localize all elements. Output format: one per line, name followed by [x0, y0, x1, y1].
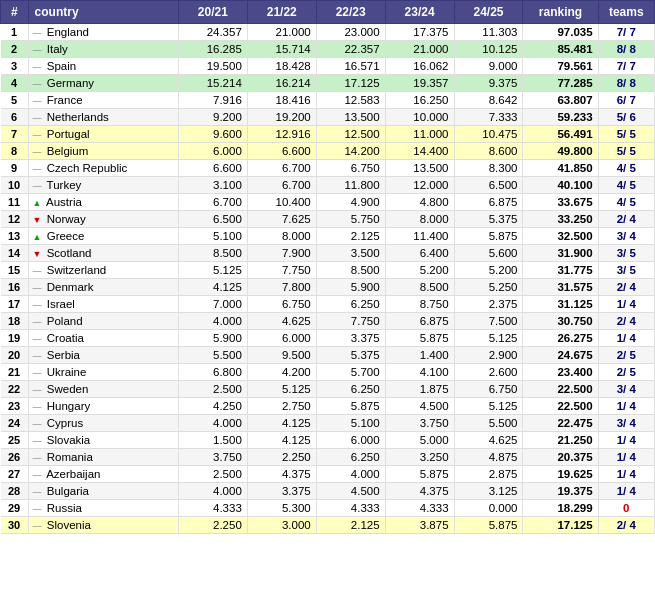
cell-2223: 12.500 — [316, 126, 385, 143]
cell-2425: 5.375 — [454, 211, 523, 228]
cell-2223: 6.250 — [316, 381, 385, 398]
cell-2021: 9.600 — [178, 126, 247, 143]
trend-icon: — — [33, 181, 42, 191]
cell-2223: 23.000 — [316, 24, 385, 41]
cell-rank: 10 — [1, 177, 29, 194]
cell-rank: 24 — [1, 415, 29, 432]
country-name: Bulgaria — [47, 485, 89, 497]
cell-2021: 4.250 — [178, 398, 247, 415]
cell-ranking: 41.850 — [523, 160, 598, 177]
cell-teams: 1/ 4 — [598, 330, 654, 347]
cell-rank: 26 — [1, 449, 29, 466]
cell-ranking: 85.481 — [523, 41, 598, 58]
cell-2425: 8.642 — [454, 92, 523, 109]
table-row: 29 — Russia 4.333 5.300 4.333 4.333 0.00… — [1, 500, 655, 517]
cell-2122: 3.000 — [247, 517, 316, 534]
table-row: 11 ▲ Austria 6.700 10.400 4.900 4.800 6.… — [1, 194, 655, 211]
table-row: 14 ▼ Scotland 8.500 7.900 3.500 6.400 5.… — [1, 245, 655, 262]
cell-2425: 5.125 — [454, 330, 523, 347]
cell-2122: 19.200 — [247, 109, 316, 126]
cell-teams: 3/ 5 — [598, 262, 654, 279]
trend-icon: — — [33, 266, 42, 276]
cell-country: — Russia — [28, 500, 178, 517]
table-row: 24 — Cyprus 4.000 4.125 5.100 3.750 5.50… — [1, 415, 655, 432]
country-name: Netherlands — [47, 111, 109, 123]
cell-2324: 8.500 — [385, 279, 454, 296]
table-row: 16 — Denmark 4.125 7.800 5.900 8.500 5.2… — [1, 279, 655, 296]
header-2122: 21/22 — [247, 1, 316, 24]
cell-2324: 3.250 — [385, 449, 454, 466]
cell-country: — Denmark — [28, 279, 178, 296]
cell-2425: 10.475 — [454, 126, 523, 143]
cell-teams: 2/ 5 — [598, 347, 654, 364]
cell-2223: 5.100 — [316, 415, 385, 432]
cell-ranking: 56.491 — [523, 126, 598, 143]
cell-teams: 1/ 4 — [598, 449, 654, 466]
cell-teams: 2/ 4 — [598, 517, 654, 534]
cell-2425: 9.375 — [454, 75, 523, 92]
cell-teams: 1/ 4 — [598, 432, 654, 449]
country-name: Slovenia — [47, 519, 91, 531]
cell-2021: 6.600 — [178, 160, 247, 177]
cell-rank: 6 — [1, 109, 29, 126]
table-row: 4 — Germany 15.214 16.214 17.125 19.357 … — [1, 75, 655, 92]
table-row: 3 — Spain 19.500 18.428 16.571 16.062 9.… — [1, 58, 655, 75]
cell-2021: 5.100 — [178, 228, 247, 245]
cell-2425: 2.375 — [454, 296, 523, 313]
cell-ranking: 40.100 — [523, 177, 598, 194]
country-name: Germany — [47, 77, 94, 89]
trend-icon: — — [33, 402, 42, 412]
cell-2021: 4.000 — [178, 415, 247, 432]
cell-ranking: 24.675 — [523, 347, 598, 364]
cell-ranking: 21.250 — [523, 432, 598, 449]
trend-icon: ▲ — [33, 232, 42, 242]
cell-rank: 5 — [1, 92, 29, 109]
cell-2425: 8.300 — [454, 160, 523, 177]
cell-2425: 6.500 — [454, 177, 523, 194]
cell-country: — Croatia — [28, 330, 178, 347]
table-row: 19 — Croatia 5.900 6.000 3.375 5.875 5.1… — [1, 330, 655, 347]
trend-icon: — — [33, 351, 42, 361]
cell-2425: 5.200 — [454, 262, 523, 279]
cell-2223: 16.571 — [316, 58, 385, 75]
cell-rank: 4 — [1, 75, 29, 92]
table-row: 30 — Slovenia 2.250 3.000 2.125 3.875 5.… — [1, 517, 655, 534]
cell-2021: 6.500 — [178, 211, 247, 228]
header-2324: 23/24 — [385, 1, 454, 24]
cell-2223: 8.500 — [316, 262, 385, 279]
cell-2425: 2.900 — [454, 347, 523, 364]
cell-2122: 5.125 — [247, 381, 316, 398]
cell-2021: 3.100 — [178, 177, 247, 194]
cell-2324: 5.875 — [385, 466, 454, 483]
cell-2021: 1.500 — [178, 432, 247, 449]
table-row: 18 — Poland 4.000 4.625 7.750 6.875 7.50… — [1, 313, 655, 330]
cell-2324: 3.875 — [385, 517, 454, 534]
cell-country: — Germany — [28, 75, 178, 92]
cell-country: — Serbia — [28, 347, 178, 364]
table-row: 20 — Serbia 5.500 9.500 5.375 1.400 2.90… — [1, 347, 655, 364]
cell-2021: 5.900 — [178, 330, 247, 347]
cell-teams: 4/ 5 — [598, 177, 654, 194]
cell-2021: 6.000 — [178, 143, 247, 160]
table-row: 27 — Azerbaijan 2.500 4.375 4.000 5.875 … — [1, 466, 655, 483]
cell-ranking: 30.750 — [523, 313, 598, 330]
cell-2122: 4.125 — [247, 432, 316, 449]
trend-icon: — — [33, 470, 42, 480]
rankings-table: # country 20/21 21/22 22/23 23/24 24/25 … — [0, 0, 655, 534]
cell-teams: 5/ 5 — [598, 143, 654, 160]
cell-country: — Israel — [28, 296, 178, 313]
cell-2223: 2.125 — [316, 517, 385, 534]
cell-2324: 5.875 — [385, 330, 454, 347]
cell-2122: 8.000 — [247, 228, 316, 245]
cell-2122: 4.125 — [247, 415, 316, 432]
cell-2324: 21.000 — [385, 41, 454, 58]
cell-country: ▲ Austria — [28, 194, 178, 211]
cell-2324: 11.000 — [385, 126, 454, 143]
cell-2223: 7.750 — [316, 313, 385, 330]
cell-2223: 4.900 — [316, 194, 385, 211]
cell-country: — Turkey — [28, 177, 178, 194]
cell-2021: 3.750 — [178, 449, 247, 466]
cell-ranking: 22.475 — [523, 415, 598, 432]
trend-icon: — — [33, 504, 42, 514]
cell-teams: 1/ 4 — [598, 296, 654, 313]
